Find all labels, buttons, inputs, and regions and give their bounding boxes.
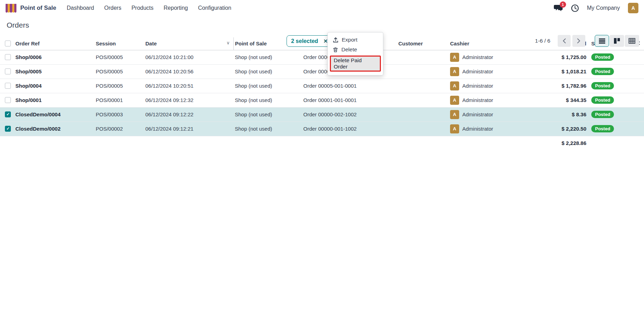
table-footer-row: $ 2,228.86 [0,136,644,146]
header-cashier[interactable]: Cashier [449,37,507,50]
footer-total-sum: $ 2,228.86 [507,136,590,146]
status-badge: Posted [591,82,614,89]
kanban-view-icon [614,38,620,44]
list-view-button[interactable] [595,35,609,47]
pager-range: 1-6 / 6 [535,38,550,44]
menu-configuration[interactable]: Configuration [198,5,231,11]
menu-dashboard[interactable]: Dashboard [67,5,94,11]
top-navbar: Point of Sale Dashboard Orders Products … [0,0,644,16]
pivot-view-button[interactable] [625,35,639,47]
row-checkbox[interactable] [5,68,11,74]
row-checkbox[interactable] [5,97,11,103]
row-checkbox[interactable] [5,83,11,89]
messages-button[interactable]: 1 [554,4,563,12]
menu-item-delete-paid-order[interactable]: Delete Paid Order [330,56,381,72]
row-checkbox[interactable] [5,54,11,60]
selected-count-badge: 2 selected ✕ [287,35,332,47]
trash-icon [333,47,338,52]
status-badge: Posted [591,68,614,75]
status-badge: Posted [591,53,614,61]
pivot-view-icon [629,38,635,44]
chevron-left-icon [562,38,566,44]
company-switcher[interactable]: My Company [587,5,620,11]
header-order-ref[interactable]: Order Ref [14,37,94,50]
app-name[interactable]: Point of Sale [20,5,56,12]
activities-clock-icon[interactable] [571,4,579,12]
actions-dropdown-menu: Export Delete Delete Paid Order [327,32,383,75]
page-title: Orders [7,21,29,29]
selected-count-label: 2 selected [291,38,318,44]
table-row[interactable]: Shop/0001 POS/00001 06/12/2024 09:12:32 … [0,93,644,107]
pager: 1-6 / 6 [535,35,639,47]
status-badge: Posted [591,111,614,118]
cashier-avatar: A [450,81,459,90]
header-date[interactable]: Date∨ [144,37,233,50]
cashier-avatar: A [450,67,459,76]
chevron-right-icon [577,38,581,44]
view-switcher [595,35,639,47]
cashier-avatar: A [450,96,459,105]
orders-table: Order Ref Session Date∨ Point of Sale Re… [0,37,644,146]
pos-app-icon[interactable] [6,4,16,13]
row-checkbox-checked[interactable] [5,111,11,117]
cashier-avatar: A [450,124,459,133]
cashier-avatar: A [450,53,459,62]
status-badge: Posted [591,96,614,104]
status-badge: Posted [591,125,614,132]
menu-orders[interactable]: Orders [104,5,121,11]
cashier-avatar: A [450,110,459,119]
list-view-icon [599,38,605,44]
user-avatar[interactable]: A [628,3,638,13]
menu-products[interactable]: Products [131,5,153,11]
table-row[interactable]: Shop/0006 POS/00005 06/12/2024 10:21:00 … [0,50,644,64]
table-row[interactable]: Shop/0004 POS/00005 06/12/2024 10:20:51 … [0,79,644,93]
header-session[interactable]: Session [94,37,144,50]
messages-count-badge: 1 [560,1,566,8]
export-upload-icon [333,37,338,43]
pager-previous-button[interactable] [558,35,571,47]
pager-next-button[interactable] [572,35,585,47]
select-all-checkbox[interactable] [5,41,11,46]
table-row[interactable]: Shop/0005 POS/00005 06/12/2024 10:20:56 … [0,64,644,79]
table-row-selected[interactable]: ClosedDemo/0004 POS/00003 06/12/2024 09:… [0,107,644,122]
sort-desc-icon: ∨ [226,40,230,45]
header-customer[interactable]: Customer [397,37,449,50]
menu-reporting[interactable]: Reporting [164,5,188,11]
row-checkbox-checked[interactable] [5,126,11,132]
control-panel: Orders 2 selected ✕ ⚙ Actions 1-6 / 6 [0,16,644,37]
menu-item-delete[interactable]: Delete [328,45,383,54]
navbar-systray: 1 My Company A [554,3,638,13]
menu-item-export[interactable]: Export [328,35,383,45]
kanban-view-button[interactable] [610,35,624,47]
table-row-selected[interactable]: ClosedDemo/0002 POS/00002 06/12/2024 09:… [0,122,644,136]
